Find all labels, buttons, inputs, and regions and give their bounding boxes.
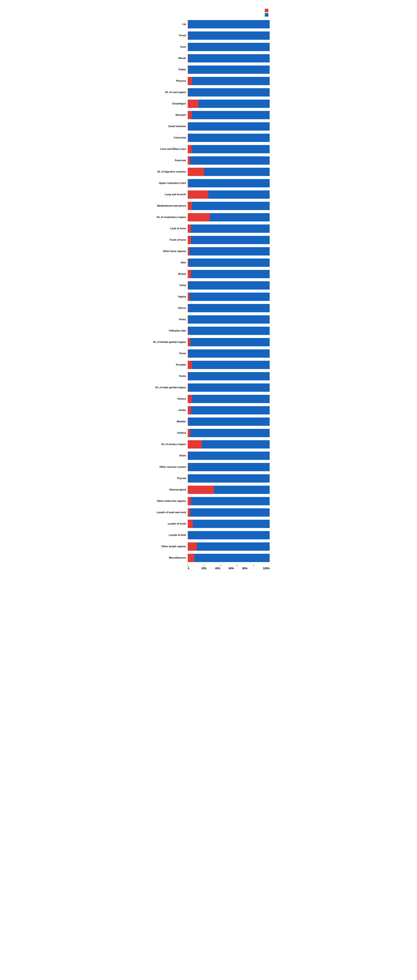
bar-label: Adrenal gland [147, 488, 188, 491]
bar-label: Palate [147, 68, 188, 71]
x-axis-label: 20% [202, 567, 215, 570]
bar-label: Ureter [147, 409, 188, 412]
bar-track [188, 134, 270, 142]
bar-label: Kidney [147, 398, 188, 401]
bar-track [188, 224, 270, 233]
bar-row: OL of respiratory organs [147, 212, 270, 223]
bar-track [188, 191, 270, 199]
bar-track [188, 531, 270, 539]
bar-track [188, 361, 270, 369]
bar-row: Kidney [147, 393, 270, 405]
bar-track [188, 20, 270, 29]
bar-label: OL of male genital organs [147, 386, 188, 389]
bar-label: Other endocrine regions [147, 500, 188, 503]
bar-track [188, 293, 270, 301]
bar-red-segment [188, 315, 188, 324]
bar-track [188, 236, 270, 244]
bar-red-segment [188, 452, 188, 460]
bar-label: Mouth [147, 57, 188, 60]
bar-red-segment [188, 281, 188, 290]
bar-label: Mediastinum and pleura [147, 204, 188, 207]
x-labels: 020%40%60%80%100% [188, 567, 270, 570]
bar-red-segment [188, 293, 189, 301]
bar-row: Brain [147, 450, 270, 461]
bar-red-segment [188, 429, 190, 437]
bar-label: Uterus [147, 307, 188, 310]
bar-track [188, 156, 270, 165]
bar-label: OL of urinary organs [147, 443, 188, 446]
bar-label: Trunk of bone [147, 239, 188, 242]
bar-red-segment [188, 304, 188, 312]
bar-label: OL of respiratory organs [147, 216, 188, 219]
bar-track [188, 179, 270, 187]
bar-label: Colorectal [147, 136, 188, 139]
bar-red-segment [188, 88, 188, 97]
bar-track [188, 270, 270, 278]
legend-yes [265, 9, 270, 12]
bar-row: OL of oral organs [147, 87, 270, 98]
bar-row: Trunk of bone [147, 234, 270, 246]
bar-row: OL of digestive systems [147, 166, 270, 178]
bar-row: Lymph of limb [147, 530, 270, 541]
bar-label: Tonsil [147, 34, 188, 37]
bar-row: Colorectal [147, 132, 270, 144]
legend [147, 9, 270, 17]
bar-label: Pharynx [147, 80, 188, 83]
bar-red-segment [188, 395, 192, 403]
bar-label: Esophagus [147, 102, 188, 105]
bar-label: Lymph of head and neck [147, 511, 188, 514]
bar-label: Lymph of trunk [147, 522, 188, 525]
x-axis-label: 60% [229, 567, 243, 570]
bar-red-segment [188, 77, 192, 85]
bar-row: OL of male genital organs [147, 382, 270, 393]
bar-track [188, 304, 270, 312]
bar-row: Ovary [147, 314, 270, 325]
bar-row: Small intestine [147, 121, 270, 132]
bar-red-segment [188, 531, 188, 539]
bar-track [188, 508, 270, 517]
bar-red-segment [188, 327, 188, 335]
legend-no [265, 13, 270, 17]
bar-track [188, 145, 270, 153]
bar-track [188, 486, 270, 494]
bar-row: Palate [147, 64, 270, 76]
bar-red-segment [188, 440, 202, 449]
bar-red-segment [188, 417, 188, 426]
chart-container: LipTonsilGumMouthPalatePharynxOL of oral… [143, 4, 274, 579]
bar-label: Lung and bronchi [147, 193, 188, 196]
bar-red-segment [188, 486, 214, 494]
bar-red-segment [188, 179, 188, 187]
bar-label: Limb of bone [147, 227, 188, 230]
bar-row: Prostate [147, 360, 270, 371]
bar-row: Gum [147, 41, 270, 53]
bar-track [188, 54, 270, 62]
bar-label: Gum [147, 45, 188, 48]
bar-row: Fallopian tube [147, 325, 270, 337]
bar-red-segment [188, 202, 192, 210]
bar-label: Small intestine [147, 125, 188, 128]
bar-red-segment [188, 191, 208, 199]
bar-label: OL of oral organs [147, 91, 188, 94]
bar-label: Lip [147, 23, 188, 26]
bar-track [188, 429, 270, 437]
bar-red-segment [188, 383, 188, 392]
bar-track [188, 111, 270, 119]
bar-row: Testis [147, 371, 270, 382]
bar-label: Penis [147, 352, 188, 355]
bar-red-segment [188, 542, 197, 551]
chart-area: LipTonsilGumMouthPalatePharynxOL of oral… [147, 19, 270, 564]
bar-label: Testis [147, 375, 188, 378]
x-axis-label: 0 [188, 567, 202, 570]
bar-red-segment [188, 54, 188, 62]
bar-track [188, 259, 270, 267]
bar-track [188, 474, 270, 482]
bar-row: Urethra [147, 428, 270, 439]
bar-track [188, 100, 270, 108]
bar-red-segment [188, 463, 188, 471]
bar-red-segment [188, 338, 190, 346]
bar-label: OL of female genital organs [147, 340, 188, 344]
bar-row: Lymph of head and neck [147, 507, 270, 519]
bar-label: Ovary [147, 318, 188, 321]
bar-track [188, 463, 270, 471]
bar-label: Other lymph regions [147, 545, 188, 548]
